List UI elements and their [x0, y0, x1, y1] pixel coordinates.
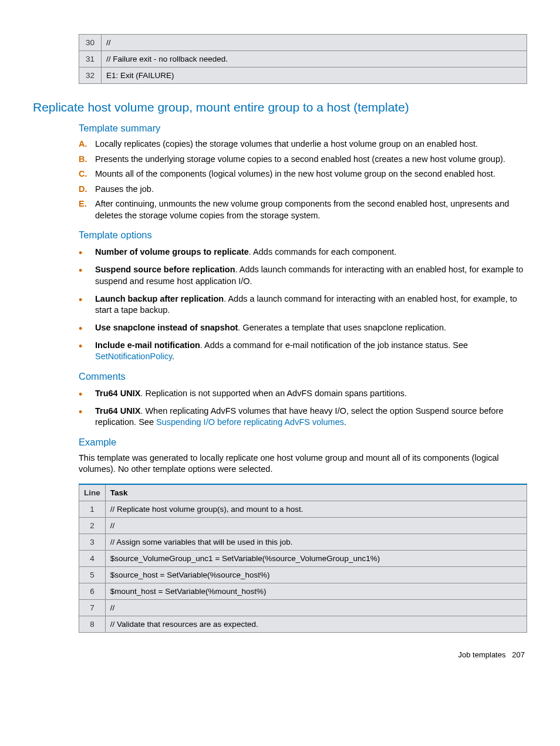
line-cell: 3 — [79, 534, 106, 551]
table-row: 32E1: Exit (FAILURE) — [79, 67, 527, 84]
list-text: Tru64 UNIX. When replicating AdvFS volum… — [95, 406, 527, 428]
list-text: Pauses the job. — [95, 184, 154, 195]
list-item: •Launch backup after replication. Adds a… — [79, 293, 527, 316]
task-cell: // — [102, 35, 527, 51]
list-item: A.Locally replicates (copies) the storag… — [79, 139, 527, 150]
example-code-table: Line Task 1// Replicate host volume grou… — [79, 484, 527, 633]
page-footer: Job templates 207 — [33, 650, 527, 659]
task-cell: // — [105, 518, 527, 534]
line-cell: 8 — [79, 616, 106, 633]
line-cell: 32 — [79, 67, 102, 84]
table-row: 6$mount_host = SetVariable(%mount_host%) — [79, 583, 527, 600]
list-text: Use snapclone instead of snapshot. Gener… — [95, 322, 446, 334]
table-row: 31// Failure exit - no rollback needed. — [79, 51, 527, 67]
col-header-task: Task — [105, 484, 527, 501]
comments-list: •Tru64 UNIX. Replication is not supporte… — [79, 388, 527, 428]
list-item: •Tru64 UNIX. Replication is not supporte… — [79, 388, 527, 400]
list-item: B.Presents the underlying storage volume… — [79, 154, 527, 166]
list-text: Number of volume groups to replicate. Ad… — [95, 247, 396, 258]
task-cell: // Validate that resources are as expect… — [105, 616, 527, 633]
line-cell: 2 — [79, 518, 106, 534]
inline-link[interactable]: Suspending I/O before replicating AdvFS … — [156, 417, 344, 427]
bullet-icon: • — [79, 340, 95, 363]
bullet-icon: • — [79, 293, 95, 316]
bullet-icon: • — [79, 388, 95, 400]
top-code-table: 30//31// Failure exit - no rollback need… — [79, 34, 527, 84]
bullet-icon: • — [79, 322, 95, 334]
comments-heading: Comments — [79, 371, 527, 382]
bullet-icon: • — [79, 406, 95, 428]
list-text: Mounts all of the components (logical vo… — [95, 168, 495, 180]
list-text: Include e-mail notification. Adds a comm… — [95, 340, 527, 363]
inline-link[interactable]: SetNotificationPolicy — [95, 352, 172, 361]
list-item: D.Pauses the job. — [79, 184, 527, 195]
list-marker: E. — [79, 198, 95, 221]
list-text: After continuing, unmounts the new volum… — [95, 198, 527, 221]
bold-lead: Include e-mail notification — [95, 340, 200, 350]
line-cell: 4 — [79, 551, 106, 567]
task-cell: // Failure exit - no rollback needed. — [102, 51, 527, 67]
list-text: Tru64 UNIX. Replication is not supported… — [95, 388, 407, 400]
template-options-list: •Number of volume groups to replicate. A… — [79, 247, 527, 362]
table-row: 7// — [79, 600, 527, 616]
list-item: •Use snapclone instead of snapshot. Gene… — [79, 322, 527, 334]
list-text: Presents the underlying storage volume c… — [95, 154, 505, 166]
table-row: 30// — [79, 35, 527, 51]
bullet-icon: • — [79, 247, 95, 258]
example-heading: Example — [79, 437, 527, 448]
line-cell: 30 — [79, 35, 102, 51]
list-text: Launch backup after replication. Adds a … — [95, 293, 527, 316]
bold-lead: Use snapclone instead of snapshot — [95, 323, 238, 332]
template-options-heading: Template options — [79, 229, 527, 241]
template-summary-list: A.Locally replicates (copies) the storag… — [79, 139, 527, 221]
footer-page-number: 207 — [512, 650, 525, 659]
list-item: E.After continuing, unmounts the new vol… — [79, 198, 527, 221]
table-row: 1// Replicate host volume group(s), and … — [79, 501, 527, 518]
template-summary-heading: Template summary — [79, 123, 527, 134]
footer-label: Job templates — [458, 650, 506, 659]
line-cell: 1 — [79, 501, 106, 518]
list-text: Locally replicates (copies) the storage … — [95, 139, 478, 150]
line-cell: 7 — [79, 600, 106, 616]
bold-lead: Number of volume groups to replicate — [95, 247, 249, 256]
page-content: 30//31// Failure exit - no rollback need… — [0, 0, 560, 683]
table-row: 8// Validate that resources are as expec… — [79, 616, 527, 633]
list-marker: C. — [79, 168, 95, 180]
list-item: •Tru64 UNIX. When replicating AdvFS volu… — [79, 406, 527, 428]
table-row: 4$source_VolumeGroup_unc1 = SetVariable(… — [79, 551, 527, 567]
table-row: 3// Assign some variables that will be u… — [79, 534, 527, 551]
list-item: •Include e-mail notification. Adds a com… — [79, 340, 527, 363]
col-header-line: Line — [79, 484, 106, 501]
section-title: Replicate host volume group, mount entir… — [33, 100, 527, 114]
line-cell: 6 — [79, 583, 106, 600]
task-cell: $source_host = SetVariable(%source_host%… — [105, 567, 527, 583]
list-marker: D. — [79, 184, 95, 195]
task-cell: $source_VolumeGroup_unc1 = SetVariable(%… — [105, 551, 527, 567]
task-cell: $mount_host = SetVariable(%mount_host%) — [105, 583, 527, 600]
bold-lead: Launch backup after replication — [95, 294, 224, 303]
line-cell: 31 — [79, 51, 102, 67]
task-cell: // Replicate host volume group(s), and m… — [105, 501, 527, 518]
table-row: 2// — [79, 518, 527, 534]
task-cell: // — [105, 600, 527, 616]
list-marker: A. — [79, 139, 95, 150]
table-row: 5$source_host = SetVariable(%source_host… — [79, 567, 527, 583]
bold-lead: Tru64 UNIX — [95, 406, 140, 416]
list-text: Suspend source before replication. Adds … — [95, 264, 527, 287]
list-item: •Number of volume groups to replicate. A… — [79, 247, 527, 258]
line-cell: 5 — [79, 567, 106, 583]
list-item: •Suspend source before replication. Adds… — [79, 264, 527, 287]
example-intro: This template was generated to locally r… — [79, 453, 527, 475]
list-marker: B. — [79, 154, 95, 166]
list-item: C.Mounts all of the components (logical … — [79, 168, 527, 180]
bold-lead: Tru64 UNIX — [95, 389, 140, 398]
bold-lead: Suspend source before replication — [95, 265, 235, 274]
bullet-icon: • — [79, 264, 95, 287]
task-cell: // Assign some variables that will be us… — [105, 534, 527, 551]
task-cell: E1: Exit (FAILURE) — [102, 67, 527, 84]
